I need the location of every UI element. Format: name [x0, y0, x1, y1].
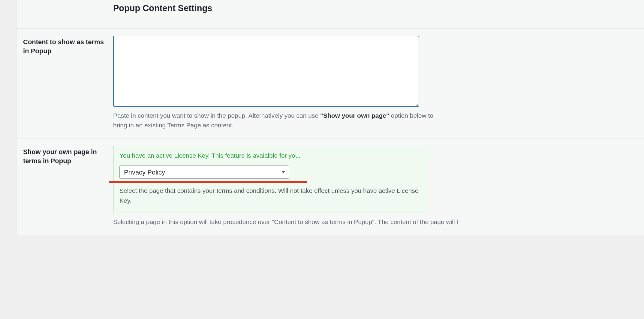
terms-content-textarea[interactable]: [113, 36, 419, 107]
content-to-show-label: Content to show as terms in Popup: [23, 38, 107, 56]
precedence-help: Selecting a page in this option will tak…: [113, 217, 640, 227]
terms-content-helper: Paste in content you want to show in the…: [113, 111, 443, 130]
terms-page-help: Select the page that contains your terms…: [119, 186, 422, 205]
terms-page-select[interactable]: Privacy Policy: [119, 166, 289, 179]
show-own-page-label: Show your own page in terms in Popup: [23, 147, 107, 166]
section-title: Popup Content Settings: [113, 2, 640, 21]
annotation-underline: [109, 181, 307, 183]
license-active-message: You have an active License Key. This fea…: [119, 151, 422, 160]
license-feature-box: You have an active License Key. This fea…: [113, 146, 428, 213]
